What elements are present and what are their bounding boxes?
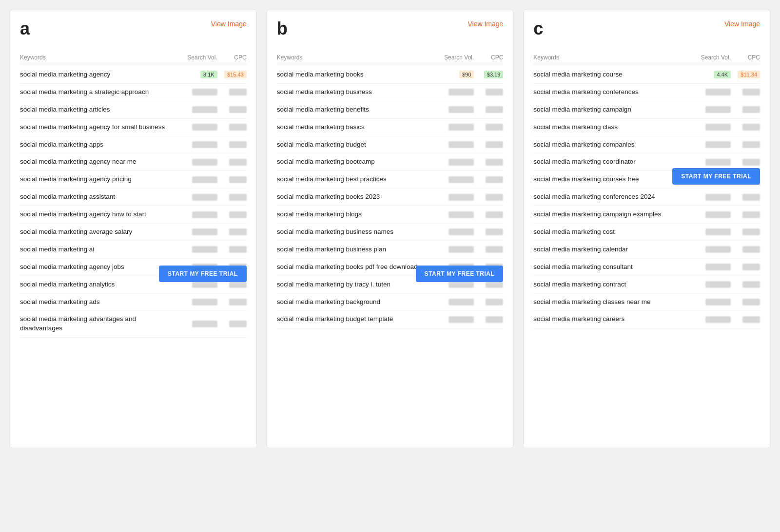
th-keywords: Keywords — [533, 54, 692, 61]
keyword-text: social media marketing apps — [20, 140, 178, 150]
keyword-text: social media marketing business names — [277, 228, 435, 237]
blurred-vol-bar — [192, 246, 217, 253]
keyword-text: social media marketing consultant — [533, 263, 692, 272]
blurred-cpc-bar — [742, 281, 760, 288]
blurred-vol-bar — [192, 194, 217, 201]
keyword-text: social media marketing course — [533, 70, 692, 79]
vol-cell — [435, 89, 474, 95]
cpc-cell — [731, 299, 760, 305]
vol-cell — [178, 124, 217, 131]
keyword-row: social media marketing business — [277, 84, 504, 101]
blurred-cpc-bar — [229, 299, 247, 305]
blurred-cpc-bar — [742, 228, 760, 235]
keyword-row: social media marketing conferences — [533, 84, 760, 101]
cpc-cell — [474, 211, 503, 218]
trial-overlay: START MY FREE TRIAL — [416, 266, 504, 282]
vol-cell — [178, 299, 217, 305]
keyword-text: social media marketing conferences 2024 — [533, 192, 692, 202]
cpc-cell — [731, 316, 760, 323]
column-letter: a — [20, 20, 30, 38]
blurred-vol-bar — [705, 281, 731, 288]
blurred-vol-bar — [448, 194, 474, 201]
cpc-cell: $15.43 — [217, 71, 247, 78]
cpc-cell — [731, 89, 760, 95]
blurred-cpc-bar — [742, 106, 760, 113]
cpc-cell — [217, 299, 247, 305]
column-col-b: bView ImageKeywordsSearch Vol.CPCsocial … — [267, 10, 514, 448]
blurred-vol-bar — [192, 299, 217, 305]
trial-overlay: START MY FREE TRIAL — [159, 266, 247, 282]
blurred-vol-bar — [192, 281, 217, 288]
keyword-row: social media marketing business names — [277, 224, 504, 241]
blurred-cpc-bar — [486, 89, 503, 95]
table-header: KeywordsSearch Vol.CPC — [277, 51, 504, 64]
cpc-cell — [731, 124, 760, 131]
keyword-text: social media marketing background — [277, 298, 435, 307]
vol-cell — [692, 159, 731, 166]
blurred-cpc-bar — [229, 89, 247, 95]
column-col-a: aView ImageKeywordsSearch Vol.CPCsocial … — [10, 10, 257, 448]
cpc-cell — [731, 106, 760, 113]
blurred-vol-bar — [448, 211, 474, 218]
blurred-vol-bar — [448, 176, 474, 183]
keyword-text: social media marketing ads — [20, 298, 178, 307]
blurred-cpc-bar — [742, 89, 760, 95]
keyword-text: social media marketing best practices — [277, 175, 435, 184]
keyword-text: social media marketing assistant — [20, 192, 178, 202]
cpc-cell — [731, 141, 760, 148]
blurred-vol-bar — [705, 141, 731, 148]
keyword-row: social media marketing cost — [533, 224, 760, 241]
keyword-row: social media marketing agency pricing — [20, 171, 247, 189]
keyword-row: social media marketing best practices — [277, 171, 504, 189]
cpc-cell — [731, 228, 760, 235]
blurred-vol-bar — [448, 89, 474, 95]
view-image-link[interactable]: View Image — [724, 20, 760, 28]
cpc-cell — [217, 228, 247, 235]
column-letter: b — [277, 20, 288, 38]
cpc-cell — [474, 299, 503, 305]
blurred-cpc-bar — [486, 141, 503, 148]
blurred-vol-bar — [448, 316, 474, 323]
keyword-text: social media marketing benefits — [277, 105, 435, 114]
blurred-vol-bar — [192, 211, 217, 218]
view-image-link[interactable]: View Image — [211, 20, 247, 28]
column-letter: c — [533, 20, 543, 38]
start-trial-button[interactable]: START MY FREE TRIAL — [672, 168, 760, 185]
keyword-row: social media marketing a strategic appro… — [20, 84, 247, 101]
blurred-cpc-bar — [229, 321, 247, 327]
keyword-row: social media marketing bootcamp — [277, 153, 504, 171]
cpc-cell — [731, 159, 760, 166]
keyword-row: social media marketing basics — [277, 119, 504, 136]
view-image-link[interactable]: View Image — [468, 20, 503, 28]
table-header: KeywordsSearch Vol.CPC — [20, 51, 247, 64]
blurred-vol-bar — [192, 89, 217, 95]
cpc-cell — [474, 89, 503, 95]
vol-cell — [435, 141, 474, 148]
blurred-cpc-bar — [486, 194, 503, 201]
start-trial-button[interactable]: START MY FREE TRIAL — [159, 266, 247, 282]
blurred-cpc-bar — [486, 124, 503, 131]
keyword-text: social media marketing campaign — [533, 105, 692, 114]
blurred-cpc-bar — [742, 194, 760, 201]
keyword-row: social media marketing apps — [20, 136, 247, 154]
keyword-text: social media marketing agency jobs — [20, 263, 178, 272]
keyword-text: social media marketing average salary — [20, 228, 178, 237]
blurred-vol-bar — [192, 228, 217, 235]
vol-cell — [435, 159, 474, 166]
th-cpc: CPC — [474, 54, 503, 61]
vol-cell — [178, 211, 217, 218]
blurred-vol-bar — [448, 281, 474, 288]
keyword-text: social media marketing agency — [20, 70, 178, 79]
blurred-cpc-bar — [486, 316, 503, 323]
column-header: cView Image — [533, 20, 760, 43]
start-trial-button[interactable]: START MY FREE TRIAL — [416, 266, 504, 282]
cpc-cell — [474, 316, 503, 323]
vol-cell — [178, 281, 217, 288]
blurred-cpc-bar — [229, 124, 247, 131]
keyword-row: social media marketing agency near me — [20, 153, 247, 171]
blurred-cpc-bar — [742, 211, 760, 218]
vol-cell — [178, 228, 217, 235]
keyword-text: social media marketing courses free — [533, 175, 692, 184]
blurred-vol-bar — [448, 106, 474, 113]
keyword-text: social media marketing blogs — [277, 210, 435, 219]
